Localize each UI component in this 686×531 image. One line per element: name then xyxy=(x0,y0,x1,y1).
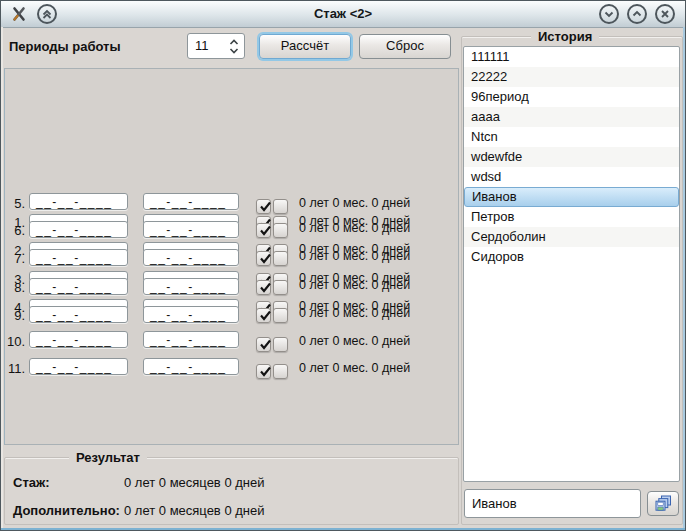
date-to-input[interactable]: __-__-____ xyxy=(143,278,239,295)
period-row-label: 8. xyxy=(3,280,25,295)
include-checkbox[interactable] xyxy=(256,337,271,352)
reset-button[interactable]: Сброс xyxy=(359,34,451,59)
row-result-text: 0 лет 0 мес. 0 дней xyxy=(299,278,410,292)
result-title: Результат xyxy=(69,450,147,465)
row-result-text: 0 лет 0 мес. 0 дней xyxy=(299,221,410,235)
history-item[interactable]: 96период xyxy=(464,87,679,107)
date-mask: __-__-____ xyxy=(150,308,226,322)
date-from-input[interactable]: __-__-____ xyxy=(29,249,128,266)
date-mask: __-__-____ xyxy=(36,251,112,265)
dop-value: 0 лет 0 месяцев 0 дней xyxy=(124,503,265,518)
extra-checkbox[interactable] xyxy=(273,364,288,379)
periods-label: Периоды работы xyxy=(9,39,121,54)
date-to-input[interactable]: __-__-____ xyxy=(143,249,239,266)
app-window: Стаж <2> Периоды работы 11 Рассчёт С xyxy=(0,0,686,531)
extra-checkbox[interactable] xyxy=(273,337,288,352)
history-item[interactable]: 22222 xyxy=(464,67,679,87)
history-item[interactable]: Ntcn xyxy=(464,127,679,147)
window-frame-bottom xyxy=(1,528,685,530)
save-all-floppy-icon xyxy=(655,495,672,512)
history-item[interactable]: Петров xyxy=(464,207,679,227)
date-mask: __-__-____ xyxy=(150,333,226,347)
minimize-button[interactable] xyxy=(599,4,619,24)
date-mask: __-__-____ xyxy=(36,223,112,237)
include-checkbox[interactable] xyxy=(256,223,271,238)
include-checkbox[interactable] xyxy=(256,280,271,295)
extra-checkbox[interactable] xyxy=(273,223,288,238)
close-button[interactable] xyxy=(655,4,675,24)
date-mask: __-__-____ xyxy=(36,360,112,374)
history-item[interactable]: wdewfde xyxy=(464,147,679,167)
date-from-input[interactable]: __-__-____ xyxy=(29,306,128,323)
row-result-text: 0 лет 0 мес. 0 дней xyxy=(299,306,410,320)
extra-checkbox[interactable] xyxy=(273,199,288,214)
history-item[interactable]: Сердоболин xyxy=(464,227,679,247)
date-mask: __-__-____ xyxy=(36,195,112,209)
maximize-button[interactable] xyxy=(627,4,647,24)
dop-label: Дополнительно: xyxy=(13,503,120,518)
extra-checkbox[interactable] xyxy=(273,251,288,266)
history-name-input[interactable] xyxy=(464,489,641,518)
window-title: Стаж <2> xyxy=(1,6,685,21)
date-to-input[interactable]: __-__-____ xyxy=(143,306,239,323)
period-row-label: 11. xyxy=(3,361,25,376)
history-list[interactable]: 1111112222296периодaaaaNtcnwdewfdewdsdИв… xyxy=(463,46,680,482)
chevron-down-icon xyxy=(602,7,616,21)
date-mask: __-__-____ xyxy=(150,223,226,237)
include-checkbox[interactable] xyxy=(256,199,271,214)
period-row-label: 10. xyxy=(3,334,25,349)
date-from-input[interactable]: __-__-____ xyxy=(29,331,128,348)
stazh-label: Стаж: xyxy=(13,475,50,490)
date-mask: __-__-____ xyxy=(36,280,112,294)
row-result-text: 0 лет 0 мес. 0 дней xyxy=(299,334,410,348)
extra-checkbox[interactable] xyxy=(273,308,288,323)
window-frame-right xyxy=(683,27,685,528)
date-mask: __-__-____ xyxy=(150,251,226,265)
include-checkbox[interactable] xyxy=(256,251,271,266)
chevron-up-icon xyxy=(630,7,644,21)
period-row-label: 7. xyxy=(3,251,25,266)
date-to-input[interactable]: __-__-____ xyxy=(143,331,239,348)
date-to-input[interactable]: __-__-____ xyxy=(143,358,239,375)
date-from-input[interactable]: __-__-____ xyxy=(29,193,128,210)
periods-count-spinbox[interactable]: 11 xyxy=(187,33,245,59)
periods-count-value: 11 xyxy=(195,38,209,53)
date-mask: __-__-____ xyxy=(150,280,226,294)
period-row-label: 9. xyxy=(3,308,25,323)
calculate-button[interactable]: Рассчёт xyxy=(259,34,351,59)
period-row-label: 6. xyxy=(3,223,25,238)
include-checkbox[interactable] xyxy=(256,308,271,323)
row-result-text: 0 лет 0 мес. 0 дней xyxy=(299,196,410,210)
history-title: История xyxy=(531,29,599,44)
date-from-input[interactable]: __-__-____ xyxy=(29,358,128,375)
date-to-input[interactable]: __-__-____ xyxy=(143,193,239,210)
row-result-text: 0 лет 0 мес. 0 дней xyxy=(299,249,410,263)
titlebar[interactable]: Стаж <2> xyxy=(1,1,685,28)
save-button[interactable] xyxy=(647,491,679,516)
stazh-value: 0 лет 0 месяцев 0 дней xyxy=(124,475,265,490)
history-item[interactable]: Сидоров xyxy=(464,247,679,267)
date-to-input[interactable]: __-__-____ xyxy=(143,221,239,238)
date-mask: __-__-____ xyxy=(36,308,112,322)
history-item[interactable]: wdsd xyxy=(464,167,679,187)
close-icon xyxy=(658,7,672,21)
history-item[interactable]: Иванов xyxy=(464,187,679,207)
row-result-text: 0 лет 0 мес. 0 дней xyxy=(299,361,410,375)
date-mask: __-__-____ xyxy=(150,195,226,209)
date-mask: __-__-____ xyxy=(36,333,112,347)
window-frame-left xyxy=(1,27,3,528)
history-item[interactable]: 111111 xyxy=(464,47,679,67)
period-row-label: 5. xyxy=(3,196,25,211)
extra-checkbox[interactable] xyxy=(273,280,288,295)
date-from-input[interactable]: __-__-____ xyxy=(29,278,128,295)
date-mask: __-__-____ xyxy=(150,360,226,374)
history-item[interactable]: aaaa xyxy=(464,107,679,127)
spinbox-arrows-icon[interactable] xyxy=(227,36,241,60)
date-from-input[interactable]: __-__-____ xyxy=(29,221,128,238)
include-checkbox[interactable] xyxy=(256,364,271,379)
